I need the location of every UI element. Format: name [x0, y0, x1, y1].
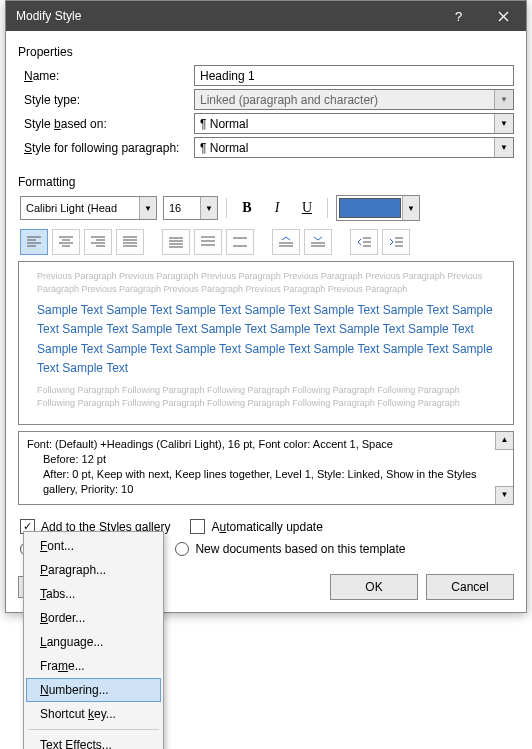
preview-sample-text: Sample Text Sample Text Sample Text Samp…	[37, 301, 495, 378]
close-icon	[498, 11, 509, 22]
align-center-icon	[59, 236, 73, 248]
menu-shortcut[interactable]: Shortcut key...	[26, 702, 161, 726]
auto-update-label: Automatically update	[211, 520, 322, 534]
chevron-down-icon: ▼	[494, 90, 513, 109]
space-before-inc-icon	[279, 236, 293, 248]
format-dropdown-menu: Font... Paragraph... Tabs... Border... L…	[23, 531, 164, 749]
desc-line-2: Before: 12 pt	[27, 452, 505, 467]
desc-line-3: After: 0 pt, Keep with next, Keep lines …	[27, 467, 505, 497]
style-type-label: Style type:	[18, 93, 194, 107]
italic-button[interactable]: I	[265, 196, 289, 220]
based-on-label: Style based on:	[18, 117, 194, 131]
space-before-dec-button[interactable]	[304, 229, 332, 255]
menu-font[interactable]: Font...	[26, 534, 161, 558]
chevron-down-icon[interactable]: ▼	[139, 197, 156, 219]
preview-next-para: Following Paragraph Following Paragraph …	[37, 384, 495, 409]
menu-tabs[interactable]: Tabs...	[26, 582, 161, 606]
align-justify-icon	[123, 236, 137, 248]
menu-border[interactable]: Border...	[26, 606, 161, 630]
indent-decrease-button[interactable]	[350, 229, 378, 255]
space-before-dec-icon	[311, 236, 325, 248]
cancel-button[interactable]: Cancel	[426, 574, 514, 600]
align-right-button[interactable]	[84, 229, 112, 255]
align-left-button[interactable]	[20, 229, 48, 255]
name-label: Name:	[18, 69, 194, 83]
indent-inc-icon	[389, 236, 403, 248]
bold-button[interactable]: B	[235, 196, 259, 220]
space-before-inc-button[interactable]	[272, 229, 300, 255]
properties-heading: Properties	[18, 45, 514, 59]
following-select[interactable]: ¶ Normal ▼	[194, 137, 514, 158]
font-color-select[interactable]: ▼	[336, 195, 420, 221]
menu-language[interactable]: Language...	[26, 630, 161, 654]
align-justify-button[interactable]	[116, 229, 144, 255]
align-left-icon	[27, 236, 41, 248]
style-type-select: Linked (paragraph and character) ▼	[194, 89, 514, 110]
font-name-select[interactable]: Calibri Light (Head ▼	[20, 196, 157, 220]
spacing-1-icon	[169, 236, 183, 248]
align-right-icon	[91, 236, 105, 248]
spacing-2-icon	[233, 236, 247, 248]
based-on-select[interactable]: ¶ Normal ▼	[194, 113, 514, 134]
menu-numbering[interactable]: Numbering...	[26, 678, 161, 702]
scroll-down-button[interactable]: ▼	[495, 486, 513, 504]
following-label: Style for following paragraph:	[18, 141, 194, 155]
scroll-up-button[interactable]: ▲	[495, 432, 513, 450]
font-size-select[interactable]: 16 ▼	[163, 196, 218, 220]
style-description: Font: (Default) +Headings (Calibri Light…	[18, 431, 514, 505]
paragraph-toolbar	[18, 229, 514, 255]
indent-dec-icon	[357, 236, 371, 248]
line-spacing-1-button[interactable]	[162, 229, 190, 255]
align-center-button[interactable]	[52, 229, 80, 255]
menu-frame[interactable]: Frame...	[26, 654, 161, 678]
auto-update-checkbox[interactable]	[190, 519, 205, 534]
indent-increase-button[interactable]	[382, 229, 410, 255]
desc-line-1: Font: (Default) +Headings (Calibri Light…	[27, 437, 505, 452]
new-docs-label: New documents based on this template	[195, 542, 405, 556]
color-swatch	[339, 198, 401, 218]
line-spacing-15-button[interactable]	[194, 229, 222, 255]
menu-text-effects[interactable]: Text Effects...	[26, 733, 161, 749]
help-button[interactable]: ?	[436, 1, 481, 31]
titlebar: Modify Style ?	[6, 1, 526, 31]
menu-paragraph[interactable]: Paragraph...	[26, 558, 161, 582]
chevron-down-icon[interactable]: ▼	[494, 138, 513, 157]
menu-separator	[28, 729, 159, 730]
chevron-down-icon[interactable]: ▼	[402, 196, 419, 220]
chevron-down-icon[interactable]: ▼	[494, 114, 513, 133]
font-toolbar: Calibri Light (Head ▼ 16 ▼ B I U ▼	[18, 195, 514, 221]
name-input[interactable]: Heading 1	[194, 65, 514, 86]
close-button[interactable]	[481, 1, 526, 31]
formatting-heading: Formatting	[18, 175, 514, 189]
preview-prev-para: Previous Paragraph Previous Paragraph Pr…	[37, 270, 495, 295]
chevron-down-icon[interactable]: ▼	[200, 197, 217, 219]
ok-button[interactable]: OK	[330, 574, 418, 600]
line-spacing-2-button[interactable]	[226, 229, 254, 255]
spacing-15-icon	[201, 236, 215, 248]
preview-pane: Previous Paragraph Previous Paragraph Pr…	[18, 261, 514, 425]
modify-style-dialog: Modify Style ? Properties Name: Heading …	[5, 0, 527, 613]
underline-button[interactable]: U	[295, 196, 319, 220]
new-docs-radio[interactable]	[175, 542, 189, 556]
dialog-title: Modify Style	[16, 9, 436, 23]
